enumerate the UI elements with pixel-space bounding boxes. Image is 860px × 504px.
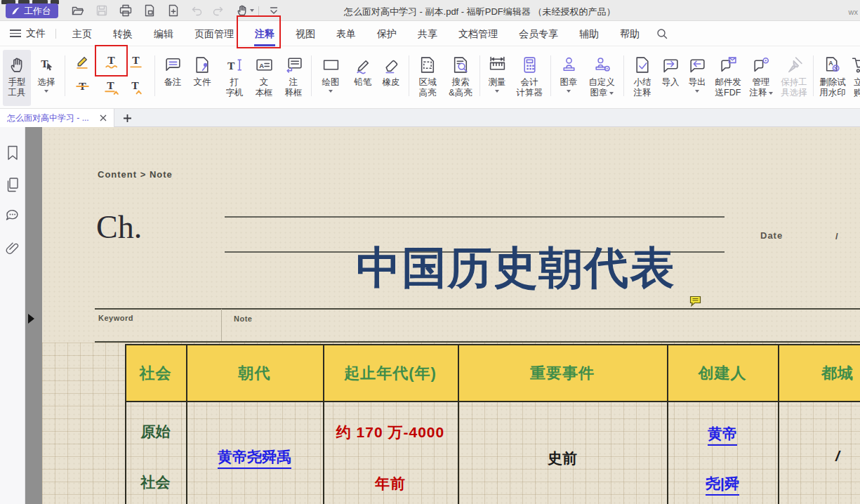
buy-now-label-2: 购买	[854, 88, 860, 98]
bookmarks-panel-icon[interactable]	[5, 145, 20, 161]
callout-label-2: 释框	[285, 88, 303, 98]
measure-button[interactable]: 测量	[483, 50, 511, 106]
new-page-icon[interactable]	[166, 4, 180, 18]
select-label: 选择	[38, 77, 55, 88]
ribbon-separator	[65, 55, 65, 96]
typewriter-label-2: 字机	[226, 88, 244, 98]
remove-trial-watermark-button[interactable]: A 删除试 用水印	[816, 50, 849, 106]
menu-item-protect[interactable]: 保护	[366, 21, 407, 46]
calculator-label-1: 会计	[521, 77, 538, 88]
page-setup-icon[interactable]	[143, 4, 157, 18]
menu-item-member[interactable]: 会员专享	[508, 21, 569, 46]
menu-item-view[interactable]: 视图	[285, 21, 326, 46]
search-icon[interactable]	[654, 26, 670, 41]
customize-toolbar-icon[interactable]	[267, 4, 281, 18]
attachments-panel-icon[interactable]	[5, 240, 20, 256]
draw-shapes-button[interactable]: 绘图	[315, 50, 346, 106]
print-icon[interactable]	[119, 4, 133, 18]
pencil-button[interactable]: 铅笔	[349, 50, 377, 106]
pdf-page[interactable]: Content > Note Ch. 中国历史朝代表 Date / Keywor…	[42, 127, 860, 504]
hand-tool-button[interactable]: 手型 工具	[3, 50, 31, 106]
custom-stamp-label-1: 自定义	[588, 77, 615, 88]
hamburger-icon	[10, 29, 21, 37]
calculator-button[interactable]: 会计 计算器	[511, 50, 548, 106]
ribbon-separator	[813, 55, 814, 96]
highlight-text-icon[interactable]	[70, 50, 94, 72]
menu-item-doc-manage[interactable]: 文档管理	[448, 21, 508, 46]
svg-text:T: T	[107, 53, 115, 65]
manage-comments-button[interactable]: 管理 注释	[745, 50, 777, 106]
document-tab-bar: 怎么面对高中学习 - ...	[0, 109, 860, 127]
table-header-period: 起止年代(年)	[323, 344, 458, 402]
search-highlight-button[interactable]: 搜索 &高亮	[444, 50, 477, 106]
comments-panel-icon[interactable]	[5, 208, 20, 223]
menu-item-file[interactable]: 文件	[10, 27, 50, 40]
founder-link-1[interactable]: 黄帝	[708, 424, 737, 446]
menu-file-label: 文件	[26, 27, 46, 40]
undo-icon[interactable]	[190, 4, 204, 18]
remove-watermark-label-2: 用水印	[819, 88, 846, 98]
dynasty-link[interactable]: 黄帝尧舜禹	[218, 447, 291, 469]
note-comment-button[interactable]: 备注	[159, 50, 187, 106]
hand-tool-dropdown-icon[interactable]	[234, 4, 255, 18]
pushpin-icon	[785, 52, 804, 77]
buy-now-button[interactable]: 立即 购买	[849, 50, 860, 106]
tab-close-icon[interactable]	[98, 113, 108, 123]
panel-expand-arrow-icon[interactable]	[28, 314, 34, 324]
menu-item-edit[interactable]: 编辑	[143, 21, 184, 46]
svg-text:A: A	[259, 62, 264, 69]
summary-page-icon	[633, 52, 652, 77]
email-fdf-label-2: 送FDF	[715, 88, 741, 98]
callout-button[interactable]: 注 释框	[279, 50, 307, 106]
note-bubble-icon	[164, 52, 183, 77]
document-tab[interactable]: 怎么面对高中学习 - ...	[0, 109, 114, 127]
open-file-icon[interactable]	[71, 4, 85, 18]
menu-item-convert[interactable]: 转换	[102, 21, 143, 46]
remove-watermark-icon: A	[823, 52, 842, 77]
stamp-button[interactable]: 图章	[555, 50, 583, 106]
menu-item-home[interactable]: 主页	[62, 21, 102, 46]
save-icon[interactable]	[95, 4, 109, 18]
ribbon-separator	[409, 55, 409, 96]
custom-stamp-icon	[593, 52, 611, 77]
squiggly-underline-text-icon[interactable]: T	[99, 50, 123, 72]
menu-item-page-manage[interactable]: 页面管理	[184, 21, 244, 46]
text-select-icon: T	[37, 52, 56, 77]
eraser-label: 橡皮	[383, 77, 400, 88]
strikethrough-text-icon[interactable]: T	[70, 75, 94, 98]
keep-tool-label-1: 保持工	[781, 77, 807, 88]
underline-text-icon[interactable]: T	[124, 50, 147, 72]
custom-stamp-button[interactable]: 自定义 图章	[583, 50, 621, 106]
email-fdf-button[interactable]: 邮件发 送FDF	[711, 50, 745, 106]
eraser-button[interactable]: 橡皮	[377, 50, 405, 106]
manage-comments-icon	[752, 52, 771, 77]
foxit-pdf-editor-window: 工作台 怎么面对高中学习 - 副本.pdf -	[0, 0, 860, 504]
menu-item-help[interactable]: 帮助	[609, 21, 650, 46]
menu-item-assist[interactable]: 辅助	[569, 21, 609, 46]
area-highlight-button[interactable]: 区域 高亮	[412, 50, 443, 106]
workspace-button[interactable]: 工作台	[6, 4, 58, 18]
ribbon-separator	[479, 55, 480, 96]
search-highlight-label-1: 搜索	[452, 77, 470, 88]
table-border	[778, 344, 779, 504]
summarize-comments-button[interactable]: 小结 注释	[627, 50, 658, 106]
replace-text-icon[interactable]: T	[99, 75, 123, 98]
menu-item-share[interactable]: 共享	[407, 21, 448, 46]
select-tool-button[interactable]: T 选择	[32, 50, 60, 106]
pages-panel-icon[interactable]	[5, 177, 20, 192]
eraser-icon	[382, 52, 401, 77]
redo-icon[interactable]	[211, 4, 225, 18]
import-comments-button[interactable]: 导入	[658, 50, 683, 106]
menu-item-form[interactable]: 表单	[326, 21, 366, 46]
new-tab-icon[interactable]	[121, 112, 133, 124]
export-comments-button[interactable]: 导出	[683, 50, 711, 106]
insert-text-icon[interactable]: T	[124, 75, 147, 98]
note-label: Note	[234, 314, 252, 323]
export-icon	[688, 52, 707, 77]
textbox-button[interactable]: A 文 本框	[250, 50, 278, 106]
menu-item-comment[interactable]: 注释	[244, 21, 285, 46]
sticky-note-annotation-icon[interactable]	[689, 295, 703, 307]
typewriter-button[interactable]: T 打 字机	[220, 50, 249, 106]
founder-link-2[interactable]: 尧|舜	[706, 474, 739, 496]
file-attachment-button[interactable]: 文件	[188, 50, 216, 106]
